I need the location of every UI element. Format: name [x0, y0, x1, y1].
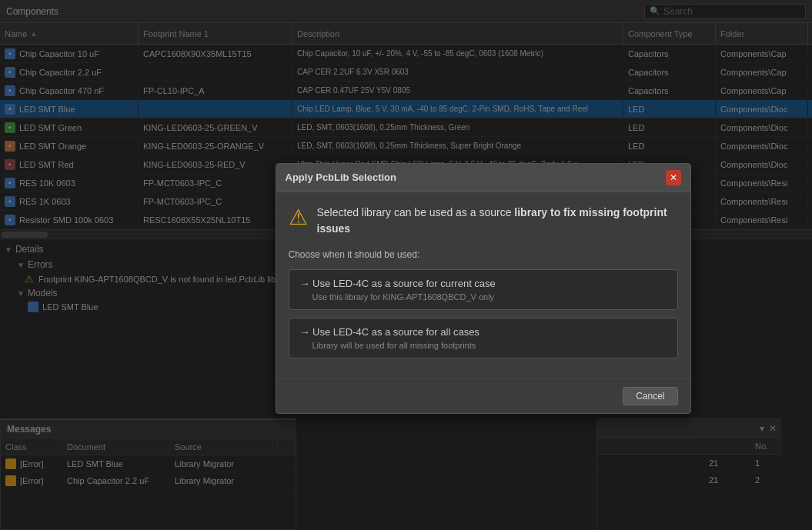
modal-warning: ⚠ Selected library can be used as a sour… [289, 205, 678, 237]
modal-body: ⚠ Selected library can be used as a sour… [276, 192, 690, 378]
modal-close-button[interactable]: ✕ [666, 170, 681, 185]
modal-option-all-desc: Library will be used for all missing foo… [312, 341, 667, 350]
modal-option-current[interactable]: → Use LED-4C as a source for current cas… [289, 269, 678, 310]
modal-footer: Cancel [276, 378, 690, 413]
modal-overlay: Apply PcbLib Selection ✕ ⚠ Selected libr… [0, 0, 812, 530]
modal-option-all-title: → Use LED-4C as a source for all cases [300, 326, 667, 338]
modal-header: Apply PcbLib Selection ✕ [276, 164, 690, 192]
modal-title: Apply PcbLib Selection [286, 172, 396, 183]
modal-option-current-title: → Use LED-4C as a source for current cas… [300, 278, 667, 289]
modal-option-current-desc: Use this library for KING-APT1608QBCD_V … [312, 292, 667, 302]
modal-option-all[interactable]: → Use LED-4C as a source for all cases L… [289, 318, 678, 358]
modal-warning-text: Selected library can be used as a source… [317, 205, 678, 237]
modal-warning-icon: ⚠ [289, 205, 308, 230]
cancel-button[interactable]: Cancel [623, 387, 677, 405]
modal-subtitle: Choose when it should be used: [289, 249, 678, 260]
apply-pcblib-modal: Apply PcbLib Selection ✕ ⚠ Selected libr… [276, 163, 691, 414]
